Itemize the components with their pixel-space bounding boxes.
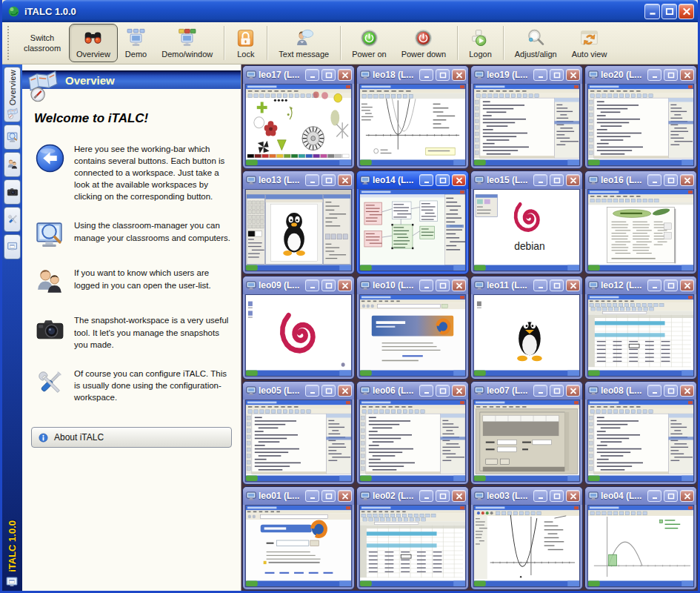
client-minimize-button[interactable] bbox=[305, 279, 319, 291]
client-close-button[interactable] bbox=[338, 385, 352, 397]
client-maximize-button[interactable] bbox=[436, 385, 450, 397]
client-screen-thumbnail[interactable] bbox=[473, 294, 580, 377]
sidebar-tab-support[interactable] bbox=[4, 234, 21, 259]
client-maximize-button[interactable] bbox=[550, 490, 564, 502]
client-maximize-button[interactable] bbox=[664, 174, 678, 186]
client-screen-thumbnail[interactable] bbox=[245, 294, 352, 377]
client-titlebar[interactable]: leo07 (L... bbox=[471, 382, 582, 400]
client-titlebar[interactable]: leo08 (L... bbox=[585, 382, 696, 400]
client-window-leo07[interactable]: leo07 (L... bbox=[470, 381, 583, 485]
client-minimize-button[interactable] bbox=[647, 279, 661, 291]
client-screen-thumbnail[interactable] bbox=[587, 189, 694, 271]
toolbar-button-text-message[interactable]: Text message bbox=[271, 24, 336, 62]
client-close-button[interactable] bbox=[566, 174, 580, 186]
toolbar-button-demo-window[interactable]: Demo/window bbox=[154, 24, 220, 62]
toolbar-button-power-on[interactable]: Power on bbox=[344, 24, 393, 62]
client-maximize-button[interactable] bbox=[664, 279, 678, 291]
client-close-button[interactable] bbox=[680, 490, 694, 502]
client-minimize-button[interactable] bbox=[305, 174, 319, 186]
toolbar-button-power-down[interactable]: Power down bbox=[394, 24, 454, 62]
client-maximize-button[interactable] bbox=[436, 174, 450, 186]
client-minimize-button[interactable] bbox=[647, 69, 661, 81]
client-window-leo09[interactable]: leo09 (L... bbox=[242, 276, 355, 380]
client-titlebar[interactable]: leo02 (L... bbox=[357, 487, 468, 505]
toolbar-button-switch-classroom[interactable]: Switch classroom bbox=[16, 24, 69, 62]
client-screen-thumbnail[interactable] bbox=[473, 400, 580, 482]
client-titlebar[interactable]: leo18 (L... bbox=[357, 66, 468, 84]
client-close-button[interactable] bbox=[338, 490, 352, 502]
client-minimize-button[interactable] bbox=[419, 385, 433, 397]
client-close-button[interactable] bbox=[338, 174, 352, 186]
client-minimize-button[interactable] bbox=[533, 385, 547, 397]
close-button[interactable] bbox=[679, 4, 694, 19]
client-window-leo01[interactable]: leo01 (L... bbox=[242, 486, 355, 590]
client-minimize-button[interactable] bbox=[647, 174, 661, 186]
toolbar-button-lock[interactable]: Lock bbox=[228, 24, 263, 62]
client-window-leo16[interactable]: leo16 (L... bbox=[584, 170, 697, 274]
client-titlebar[interactable]: leo12 (L... bbox=[585, 276, 696, 294]
client-screen-thumbnail[interactable] bbox=[587, 84, 694, 166]
client-screen-thumbnail[interactable]: debian bbox=[473, 189, 580, 271]
toolbar-button-auto-view[interactable]: Auto view bbox=[564, 24, 615, 62]
client-maximize-button[interactable] bbox=[550, 69, 564, 81]
toolbar-button-logon[interactable]: Logon bbox=[461, 24, 499, 62]
client-maximize-button[interactable] bbox=[436, 490, 450, 502]
sidebar-tab-snapshots[interactable] bbox=[4, 179, 21, 205]
client-screen-thumbnail[interactable] bbox=[245, 84, 352, 166]
minimize-button[interactable] bbox=[644, 4, 660, 19]
client-titlebar[interactable]: leo17 (L... bbox=[243, 66, 354, 84]
maximize-button[interactable] bbox=[661, 4, 677, 19]
client-titlebar[interactable]: leo05 (L... bbox=[243, 382, 354, 400]
client-window-leo19[interactable]: leo19 (L... bbox=[470, 65, 583, 169]
client-titlebar[interactable]: leo09 (L... bbox=[243, 276, 354, 294]
client-maximize-button[interactable] bbox=[550, 279, 564, 291]
client-titlebar[interactable]: leo14 (L... bbox=[357, 171, 468, 189]
client-close-button[interactable] bbox=[566, 69, 580, 81]
client-maximize-button[interactable] bbox=[321, 69, 336, 81]
client-close-button[interactable] bbox=[680, 385, 694, 397]
client-minimize-button[interactable] bbox=[533, 490, 547, 502]
client-screen-thumbnail[interactable] bbox=[587, 400, 694, 482]
client-maximize-button[interactable] bbox=[436, 69, 450, 81]
client-window-leo14[interactable]: leo14 (L... bbox=[356, 170, 469, 274]
client-close-button[interactable] bbox=[338, 279, 352, 291]
client-titlebar[interactable]: leo01 (L... bbox=[243, 487, 354, 505]
client-window-leo08[interactable]: leo08 (L... bbox=[584, 381, 697, 485]
client-screen-thumbnail[interactable] bbox=[359, 400, 466, 482]
client-titlebar[interactable]: leo13 (L... bbox=[243, 171, 354, 189]
client-close-button[interactable] bbox=[680, 279, 694, 291]
client-screen-thumbnail[interactable] bbox=[359, 189, 466, 271]
client-titlebar[interactable]: leo20 (L... bbox=[585, 66, 696, 84]
sidebar-tab-user-list[interactable] bbox=[4, 152, 21, 177]
client-close-button[interactable] bbox=[452, 490, 466, 502]
client-maximize-button[interactable] bbox=[664, 69, 678, 81]
client-close-button[interactable] bbox=[452, 174, 466, 186]
client-maximize-button[interactable] bbox=[321, 279, 336, 291]
client-maximize-button[interactable] bbox=[550, 385, 564, 397]
client-minimize-button[interactable] bbox=[533, 174, 547, 186]
client-screen-thumbnail[interactable] bbox=[359, 84, 466, 166]
client-screen-thumbnail[interactable] bbox=[359, 505, 466, 587]
client-maximize-button[interactable] bbox=[436, 279, 450, 291]
toolbar-button-adjust-align[interactable]: Adjust/align bbox=[507, 24, 564, 62]
client-window-leo18[interactable]: leo18 (L... bbox=[356, 65, 469, 169]
sidebar-tab-classroom-manager[interactable] bbox=[4, 125, 21, 150]
client-window-leo03[interactable]: leo03 (L... bbox=[470, 486, 583, 590]
client-window-leo20[interactable]: leo20 (L... bbox=[584, 65, 697, 169]
client-window-leo13[interactable]: leo13 (L... bbox=[242, 170, 355, 274]
client-minimize-button[interactable] bbox=[305, 385, 319, 397]
client-titlebar[interactable]: leo11 (L... bbox=[471, 276, 582, 294]
client-titlebar[interactable]: leo15 (L... bbox=[471, 171, 582, 189]
client-maximize-button[interactable] bbox=[321, 490, 336, 502]
client-close-button[interactable] bbox=[566, 385, 580, 397]
client-screen-thumbnail[interactable] bbox=[245, 189, 352, 271]
client-close-button[interactable] bbox=[338, 69, 352, 81]
client-minimize-button[interactable] bbox=[305, 490, 319, 502]
client-window-leo17[interactable]: leo17 (L... bbox=[242, 65, 355, 169]
window-titlebar[interactable]: iTALC 1.0.0 bbox=[2, 0, 698, 22]
client-window-leo11[interactable]: leo11 (L... bbox=[470, 276, 583, 380]
client-titlebar[interactable]: leo06 (L... bbox=[357, 382, 468, 400]
client-screen-thumbnail[interactable] bbox=[473, 505, 580, 587]
client-minimize-button[interactable] bbox=[305, 69, 319, 81]
client-screen-thumbnail[interactable] bbox=[473, 84, 580, 166]
